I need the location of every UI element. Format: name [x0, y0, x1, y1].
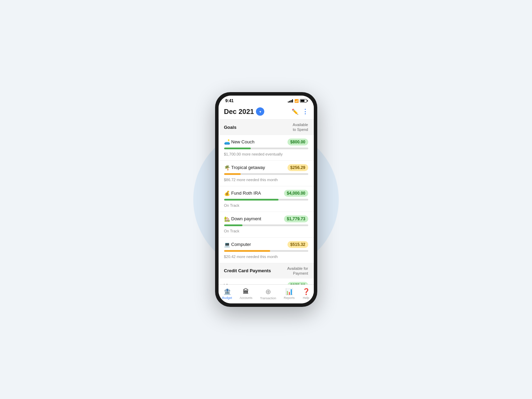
signal-icon: [288, 99, 293, 103]
more-options-icon[interactable]: ⋮: [302, 108, 308, 115]
budget-label: Budget: [222, 296, 232, 300]
month-chevron-button[interactable]: ▾: [256, 107, 264, 116]
goal-item-down-payment[interactable]: 🏡 Down payment $1,779.73 On Track: [219, 212, 314, 238]
goal-name: 🌴 Tropical getaway: [224, 165, 265, 170]
month-title: Dec 2021: [224, 108, 254, 116]
credit-section-title: Credit Card Payments: [224, 268, 271, 273]
progress-bar-fill: [224, 148, 251, 149]
goal-subtitle-computer: $20.42 more needed this month: [224, 255, 278, 259]
header-actions: ✏️ ⋮: [292, 108, 308, 115]
phone-frame: 9:41 📶 Dec 2021: [215, 92, 317, 307]
progress-bar-fill: [224, 173, 241, 175]
accounts-icon: 🏛: [243, 288, 249, 295]
goal-item-computer[interactable]: 💻 Computer $515.32 $20.42 more needed th…: [219, 238, 314, 263]
goal-amount-down: $1,779.73: [284, 215, 308, 222]
app-header: Dec 2021 ▾ ✏️ ⋮: [219, 105, 314, 119]
month-selector[interactable]: Dec 2021 ▾: [224, 107, 265, 116]
goal-amount-roth: $4,000.00: [284, 190, 308, 197]
chevron-down-icon: ▾: [259, 110, 261, 114]
goal-subtitle-roth: On Track: [224, 203, 240, 207]
progress-bar-fill: [224, 224, 242, 226]
goals-list: 🛋️ New Couch $800.00 $1,700.00 more need…: [219, 135, 314, 263]
computer-emoji: 💻: [224, 242, 230, 247]
tropical-emoji: 🌴: [224, 165, 230, 170]
nav-item-help[interactable]: ❓ Help: [302, 288, 310, 300]
status-icons: 📶: [288, 99, 307, 103]
progress-bar-bg: [224, 173, 308, 175]
goal-item-roth-ira[interactable]: 💰 Fund Roth IRA $4,000.00 On Track: [219, 186, 314, 212]
goal-subtitle-down: On Track: [224, 229, 240, 233]
goal-subtitle-tropical: $86.72 more needed this month: [224, 178, 278, 182]
house-emoji: 🏡: [224, 216, 230, 222]
help-label: Help: [303, 296, 309, 300]
progress-bar-fill: [224, 250, 271, 252]
goal-item-new-couch[interactable]: 🛋️ New Couch $800.00 $1,700.00 more need…: [219, 135, 314, 161]
goal-amount-computer: $515.32: [287, 241, 308, 248]
wifi-icon: 📶: [294, 99, 299, 103]
scene: 9:41 📶 Dec 2021: [183, 75, 349, 324]
transaction-label: Transaction: [260, 296, 276, 300]
transaction-icon: ⊕: [265, 287, 271, 296]
roth-emoji: 💰: [224, 190, 230, 196]
goal-item-visa[interactable]: Visa $375.00: [219, 278, 314, 284]
progress-bar-bg: [224, 199, 308, 201]
status-time: 9:41: [225, 98, 234, 103]
budget-icon: 🏦: [223, 288, 231, 295]
nav-item-accounts[interactable]: 🏛 Accounts: [240, 288, 252, 300]
scroll-content: Goals Availableto Spend 🛋️ New Couch $80…: [219, 119, 314, 284]
couch-emoji: 🛋️: [224, 139, 230, 145]
visa-amount: $375.00: [287, 282, 308, 284]
goal-amount-new-couch: $800.00: [287, 139, 308, 145]
progress-bar-bg: [224, 224, 308, 226]
edit-icon[interactable]: ✏️: [292, 108, 299, 115]
goal-name: 💰 Fund Roth IRA: [224, 190, 261, 196]
battery-icon: [300, 99, 307, 103]
goals-section-header: Goals Availableto Spend: [219, 119, 314, 135]
goal-amount-tropical: $256.29: [287, 164, 308, 171]
goals-col-label: Availableto Spend: [293, 122, 308, 132]
status-bar: 9:41 📶: [219, 96, 314, 105]
goal-item-tropical[interactable]: 🌴 Tropical getaway $256.29 $86.72 more n…: [219, 161, 314, 186]
goal-name: 💻 Computer: [224, 242, 251, 247]
credit-col-label: Available forPayment: [287, 266, 308, 276]
goal-name: 🛋️ New Couch: [224, 139, 255, 145]
progress-bar-bg: [224, 148, 308, 149]
goals-section-title: Goals: [224, 125, 237, 130]
accounts-label: Accounts: [240, 296, 252, 300]
progress-bar-bg: [224, 250, 308, 252]
nav-item-budget[interactable]: 🏦 Budget: [222, 288, 232, 300]
help-icon: ❓: [302, 288, 310, 295]
reports-label: Reports: [284, 296, 295, 300]
credit-section-header: Credit Card Payments Available forPaymen…: [219, 263, 314, 279]
progress-bar-fill: [224, 199, 279, 201]
goal-subtitle-new-couch: $1,700.00 more needed eventually: [224, 152, 283, 156]
goal-name: 🏡 Down payment: [224, 216, 261, 222]
phone-screen: 9:41 📶 Dec 2021: [219, 96, 314, 303]
reports-icon: 📊: [285, 288, 293, 295]
bottom-nav: 🏦 Budget 🏛 Accounts ⊕ Transaction 📊 Repo…: [219, 284, 314, 303]
nav-item-transaction[interactable]: ⊕ Transaction: [260, 287, 276, 300]
nav-item-reports[interactable]: 📊 Reports: [284, 288, 295, 300]
